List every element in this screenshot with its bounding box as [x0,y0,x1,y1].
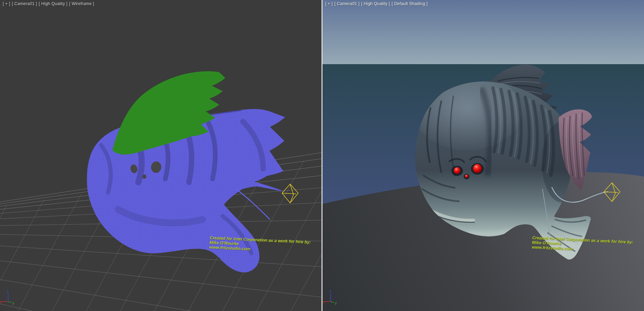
fish-tendril [236,189,270,219]
wireframe-scene [0,0,321,311]
wireframe-fish-model[interactable] [87,71,285,273]
viewport-menu-general[interactable]: [ + ] [3,1,10,6]
viewport-menu-pov[interactable]: [ Camera01 ] [334,1,360,6]
viewport-label: [ + ][ Camera01 ][ High Quality ][ Wiref… [3,1,96,6]
viewport-menu-shading[interactable]: [ Wireframe ] [69,1,94,6]
axis-z-label: z [329,289,332,293]
viewport-right[interactable]: [ + ][ Camera01 ][ High Quality ][ Defau… [323,0,644,311]
viewport-menu-shading[interactable]: [ Default Shading ] [392,1,428,6]
viewport-menu-general[interactable]: [ + ] [325,1,333,6]
shaded-scene [323,0,644,311]
axis-y-label: y [335,301,337,305]
viewport-menu-quality[interactable]: [ High Quality ] [39,1,67,6]
point-helper-icon[interactable] [282,184,298,203]
viewport-label: [ + ][ Camera01 ][ High Quality ][ Defau… [325,1,429,6]
sky [323,0,644,64]
viewport-left[interactable]: [ + ][ Camera01 ][ High Quality ][ Wiref… [0,0,321,311]
axis-y-label: y [12,301,15,305]
axis-x-label: x [0,300,2,304]
axis-z-label: z [7,289,9,293]
world-axis-tripod-icon: x z y [323,288,338,306]
viewport-menu-pov[interactable]: [ Camera01 ] [12,1,37,6]
world-axis-tripod-icon: x z y [0,288,16,306]
viewport-stage: [ + ][ Camera01 ][ High Quality ][ Wiref… [0,0,644,311]
viewport-menu-quality[interactable]: [ High Quality ] [361,1,390,6]
axis-x-label: x [323,300,325,304]
